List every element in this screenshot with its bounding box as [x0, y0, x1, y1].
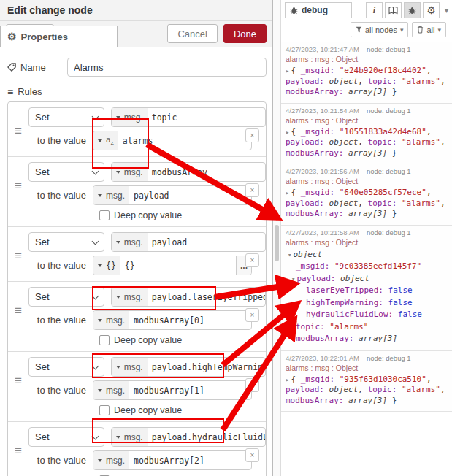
deep-copy-label: Deep copy value — [114, 335, 182, 345]
type-select-button[interactable]: msg. — [112, 163, 148, 181]
type-select-button[interactable]: az — [93, 131, 118, 150]
debug-tab-button[interactable] — [404, 2, 421, 18]
collapse-toggle-icon[interactable]: ▾ — [288, 251, 291, 258]
remove-rule-button[interactable]: × — [245, 128, 259, 142]
deep-copy-row: Deep copy value — [99, 335, 266, 345]
payload-prop: hydraulicFluidLow: false — [286, 309, 448, 321]
caret-down-icon: ▾ — [400, 26, 404, 34]
message-node: node: debug 1 — [367, 167, 411, 175]
message-meta: 4/27/2023, 10:21:58 AMnode: debug 1 — [286, 229, 448, 237]
bug-icon — [290, 7, 298, 15]
remove-rule-button[interactable]: × — [245, 378, 259, 392]
drag-handle-icon[interactable]: ≡ — [15, 445, 21, 457]
drag-handle-icon[interactable]: ≡ — [15, 375, 21, 387]
drag-handle-icon[interactable]: ≡ — [15, 125, 21, 137]
remove-rule-button[interactable]: × — [245, 253, 259, 267]
collapse-toggle-icon[interactable]: ▾ — [291, 275, 295, 283]
debug-header: debug i ⚙ ▾ — [281, 0, 452, 20]
to-the-value-label: to the value — [28, 455, 86, 466]
rule-row-5: ≡ Set msg. payload.highTempWarning to th… — [8, 351, 266, 421]
expand-toggle-icon[interactable]: ▸ — [286, 376, 289, 383]
expand-toggle-icon[interactable]: ▸ — [286, 189, 289, 196]
caret-down-icon: ▾ — [437, 26, 441, 34]
message-summary[interactable]: ▸{ _msgid: "935f63d1030ca510", payload: … — [286, 375, 448, 407]
book-icon — [388, 7, 398, 15]
caret-down-icon — [98, 389, 102, 392]
help-tab-button[interactable] — [385, 2, 402, 18]
dialog-title: Edit change node — [0, 0, 272, 21]
done-button[interactable]: Done — [223, 24, 267, 43]
deep-copy-checkbox[interactable] — [99, 335, 110, 345]
type-select-button[interactable]: msg. — [93, 311, 129, 329]
expand-toggle-icon[interactable]: ▸ — [286, 67, 289, 74]
rule6-action-select[interactable]: Set — [28, 427, 104, 447]
sidebar-menu-caret-icon[interactable]: ▾ — [445, 7, 448, 15]
deep-copy-checkbox[interactable] — [99, 210, 110, 220]
rule5-value-input[interactable]: msg. modbusArray[1] — [93, 380, 252, 400]
type-select-button[interactable]: msg. — [93, 381, 129, 399]
rule1-action-select[interactable]: Set — [28, 107, 104, 127]
bug-icon — [408, 7, 416, 15]
rule2-action-select[interactable]: Set — [28, 162, 104, 182]
type-select-button[interactable]: {} — [93, 256, 120, 275]
debug-message-list: 4/27/2023, 10:21:47 AMnode: debug 1 alar… — [281, 42, 452, 476]
rule6-value-input[interactable]: msg. modbusArray[2] — [93, 450, 252, 470]
rule5-property-input[interactable]: msg. payload.highTempWarning — [111, 357, 266, 377]
remove-rule-button[interactable]: × — [245, 308, 259, 322]
cancel-button[interactable]: Cancel — [167, 24, 217, 43]
gear-icon: ⚙ — [7, 31, 17, 42]
type-select-button[interactable]: msg. — [93, 186, 129, 204]
rule1-value-input[interactable]: az alarms — [93, 131, 252, 150]
message-summary[interactable]: ▸{ _msgid: "e24b920ef18c4402", payload: … — [286, 66, 448, 98]
type-select-button[interactable]: msg. — [112, 288, 148, 306]
message-meta: 4/27/2023, 10:21:47 AMnode: debug 1 — [286, 45, 448, 53]
expand-toggle-icon[interactable]: ▸ — [286, 128, 289, 136]
remove-rule-button[interactable]: × — [245, 448, 259, 462]
trash-icon — [417, 26, 424, 34]
rule2-value-input[interactable]: msg. payload — [93, 185, 252, 205]
dialog-scrollbar[interactable] — [273, 0, 281, 476]
type-select-button[interactable]: msg. — [93, 451, 129, 469]
type-select-button[interactable]: msg. — [112, 233, 148, 251]
info-icon: i — [373, 5, 375, 16]
deep-copy-checkbox[interactable] — [99, 405, 110, 415]
rule3-action-select[interactable]: Set — [28, 232, 104, 252]
chevron-down-icon — [91, 292, 99, 299]
rule3-property-input[interactable]: msg. payload — [111, 232, 266, 252]
tab-debug-label: debug — [302, 5, 328, 15]
message-summary[interactable]: ▸{ _msgid: "640e05285cf57ece", payload: … — [286, 188, 448, 220]
drag-handle-icon[interactable]: ≡ — [15, 250, 21, 262]
remove-rule-button[interactable]: × — [245, 183, 259, 197]
caret-down-icon — [116, 296, 120, 299]
rule4-property-input[interactable]: msg. payload.laserEyeTripped — [111, 287, 266, 307]
drag-handle-icon[interactable]: ≡ — [15, 304, 21, 317]
caret-down-icon — [98, 194, 102, 197]
rule1-property-input[interactable]: msg. topic — [111, 107, 266, 127]
message-tree: ▾object _msgid: "9c03385eefd145f7" ▾payl… — [286, 249, 448, 345]
type-select-button[interactable]: msg. — [112, 108, 148, 126]
rule2-property-input[interactable]: msg. modbusArray — [111, 162, 266, 182]
rule5-action-select[interactable]: Set — [28, 357, 104, 377]
chevron-down-icon — [91, 362, 99, 369]
caret-down-icon — [116, 436, 120, 439]
message-summary[interactable]: ▸{ _msgid: "10551833a42d4e68", payload: … — [286, 127, 448, 159]
rule4-value-input[interactable]: msg. modbusArray[0] — [93, 310, 252, 330]
type-select-button[interactable]: msg. — [112, 358, 148, 376]
filter-nodes-button[interactable]: all nodes ▾ — [351, 22, 409, 37]
drag-handle-icon[interactable]: ≡ — [15, 180, 21, 192]
message-node: node: debug 1 — [367, 107, 411, 115]
tab-properties[interactable]: ⚙ Properties — [0, 26, 118, 47]
info-tab-button[interactable]: i — [366, 2, 383, 18]
payload-prop: highTempWarning: false — [286, 297, 448, 310]
clear-messages-button[interactable]: all ▾ — [412, 22, 446, 37]
scrollbar-thumb[interactable] — [275, 225, 279, 261]
name-label: Name — [7, 62, 67, 73]
type-select-button[interactable]: msg. — [112, 428, 148, 446]
rule6-property-input[interactable]: msg. payload.hydraulicFluidLow — [111, 427, 266, 447]
caret-down-icon — [116, 116, 120, 119]
settings-tab-button[interactable]: ⚙ — [423, 2, 440, 18]
name-input[interactable] — [67, 58, 267, 77]
rule4-action-select[interactable]: Set — [28, 287, 104, 307]
tab-debug[interactable]: debug — [285, 2, 352, 18]
rule3-value-input[interactable]: {} {} ... — [93, 256, 252, 275]
